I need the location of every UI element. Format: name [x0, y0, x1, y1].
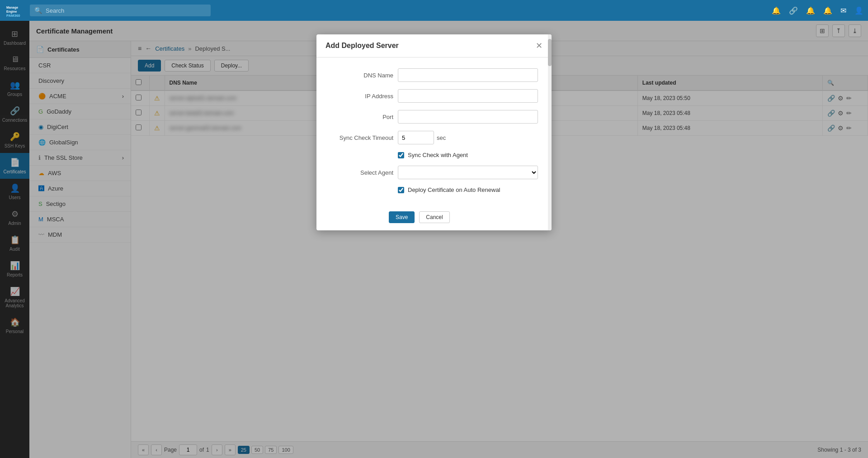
deploy-auto-renewal-row: Deploy Certificate on Auto Renewal — [398, 186, 538, 193]
admin-bell-icon[interactable]: 🔔 — [772, 6, 781, 15]
modal-body: DNS Name IP Address Port Sync Check Time… — [316, 57, 552, 204]
port-label: Port — [330, 114, 393, 120]
logo: Manage Engine PAM360 — [5, 2, 21, 19]
link-icon[interactable]: 🔗 — [789, 6, 798, 15]
dns-name-label: DNS Name — [330, 72, 393, 79]
sync-timeout-label: Sync Check Timeout — [330, 134, 393, 141]
modal-footer: Save Cancel — [380, 204, 552, 230]
dns-name-row: DNS Name — [330, 68, 538, 82]
modal-title: Add Deployed Server — [326, 42, 399, 50]
modal-overlay: Add Deployed Server ✕ DNS Name IP Addres… — [0, 21, 868, 458]
add-deployed-server-modal: Add Deployed Server ✕ DNS Name IP Addres… — [316, 34, 552, 230]
top-nav-icons: 🔔 🔗 🔔 🔔 ✉ 👤 — [772, 6, 863, 15]
mail-icon[interactable]: ✉ — [840, 6, 846, 15]
deploy-auto-renewal-label[interactable]: Deploy Certificate on Auto Renewal — [408, 186, 500, 193]
deploy-auto-renewal-checkbox[interactable] — [398, 187, 404, 193]
save-button[interactable]: Save — [389, 211, 415, 223]
select-agent-label: Select Agent — [330, 169, 393, 176]
cancel-button[interactable]: Cancel — [419, 211, 449, 223]
search-icon: 🔍 — [34, 7, 42, 14]
modal-scrollbar[interactable] — [548, 34, 552, 230]
sync-timeout-input[interactable] — [398, 131, 434, 144]
search-input[interactable] — [46, 7, 206, 14]
top-nav: Manage Engine PAM360 🔍 🔔 🔗 🔔 🔔 ✉ 👤 — [0, 0, 868, 21]
sync-check-agent-label[interactable]: Sync Check with Agent — [408, 152, 468, 158]
ip-address-label: IP Address — [330, 93, 393, 100]
port-input[interactable] — [398, 110, 538, 124]
select-agent-row: Select Agent — [330, 166, 538, 179]
sync-check-agent-row: Sync Check with Agent — [398, 152, 538, 158]
sync-check-agent-checkbox[interactable] — [398, 152, 404, 158]
bell-icon[interactable]: 🔔 — [806, 6, 815, 15]
modal-close-button[interactable]: ✕ — [536, 42, 542, 50]
search-bar[interactable]: 🔍 — [30, 5, 211, 16]
svg-text:Manage: Manage — [6, 6, 18, 10]
sync-timeout-row: Sync Check Timeout sec — [330, 131, 538, 144]
svg-text:Engine: Engine — [6, 10, 17, 14]
timeout-row: sec — [398, 131, 538, 144]
user-icon[interactable]: 👤 — [854, 6, 863, 15]
dns-name-input[interactable] — [398, 68, 538, 82]
modal-scrollbar-thumb — [548, 39, 552, 66]
ip-address-input[interactable] — [398, 89, 538, 103]
svg-text:PAM360: PAM360 — [6, 14, 20, 18]
notification-icon[interactable]: 🔔 — [823, 6, 832, 15]
logo-icon: Manage Engine PAM360 — [5, 2, 21, 19]
select-agent-dropdown[interactable] — [398, 166, 538, 179]
port-row: Port — [330, 110, 538, 124]
timeout-unit: sec — [437, 134, 446, 141]
ip-address-row: IP Address — [330, 89, 538, 103]
modal-header: Add Deployed Server ✕ — [316, 34, 552, 57]
